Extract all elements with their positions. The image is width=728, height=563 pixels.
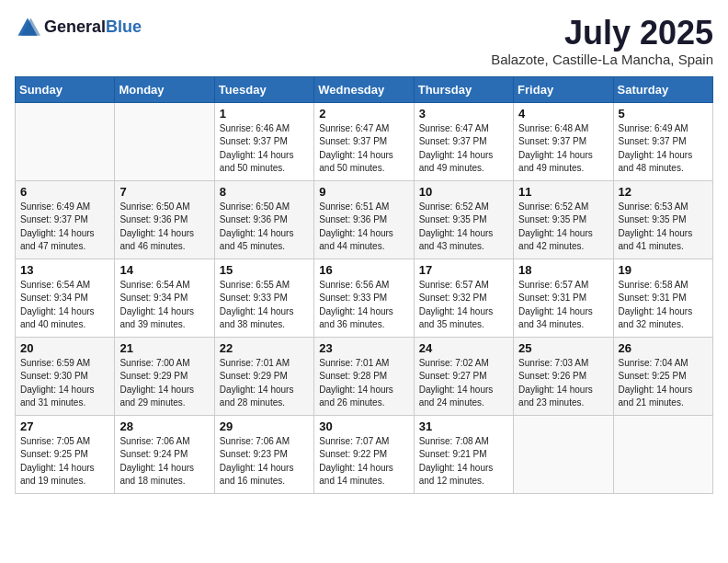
- day-info: Sunrise: 7:04 AM Sunset: 9:25 PM Dayligh…: [619, 357, 708, 410]
- day-info: Sunrise: 6:47 AM Sunset: 9:37 PM Dayligh…: [319, 122, 408, 176]
- day-info: Sunrise: 6:48 AM Sunset: 9:37 PM Dayligh…: [518, 122, 608, 176]
- location-title: Balazote, Castille-La Mancha, Spain: [491, 52, 713, 67]
- day-info: Sunrise: 7:05 AM Sunset: 9:25 PM Dayligh…: [20, 435, 109, 488]
- calendar-day-cell: 13Sunrise: 6:54 AM Sunset: 9:34 PM Dayli…: [16, 259, 115, 337]
- day-info: Sunrise: 6:47 AM Sunset: 9:37 PM Dayligh…: [419, 122, 508, 176]
- calendar-day-cell: 26Sunrise: 7:04 AM Sunset: 9:25 PM Dayli…: [613, 337, 712, 415]
- day-info: Sunrise: 6:56 AM Sunset: 9:33 PM Dayligh…: [319, 279, 408, 332]
- calendar-day-cell: 27Sunrise: 7:05 AM Sunset: 9:25 PM Dayli…: [16, 415, 115, 493]
- calendar-day-cell: 18Sunrise: 6:57 AM Sunset: 9:31 PM Dayli…: [514, 259, 613, 337]
- calendar-day-cell: 29Sunrise: 7:06 AM Sunset: 9:23 PM Dayli…: [214, 415, 313, 493]
- day-info: Sunrise: 7:02 AM Sunset: 9:27 PM Dayligh…: [419, 357, 508, 410]
- calendar-day-cell: 4Sunrise: 6:48 AM Sunset: 9:37 PM Daylig…: [514, 102, 613, 180]
- calendar-day-cell: 3Sunrise: 6:47 AM Sunset: 9:37 PM Daylig…: [414, 102, 513, 180]
- day-info: Sunrise: 6:59 AM Sunset: 9:30 PM Dayligh…: [20, 357, 109, 410]
- weekday-header: Thursday: [414, 76, 513, 102]
- day-number: 7: [119, 185, 209, 199]
- day-info: Sunrise: 6:52 AM Sunset: 9:35 PM Dayligh…: [419, 201, 508, 254]
- calendar-day-cell: 19Sunrise: 6:58 AM Sunset: 9:31 PM Dayli…: [613, 259, 712, 337]
- day-number: 25: [518, 341, 608, 355]
- calendar-day-cell: 15Sunrise: 6:55 AM Sunset: 9:33 PM Dayli…: [214, 259, 313, 337]
- day-info: Sunrise: 6:58 AM Sunset: 9:31 PM Dayligh…: [619, 279, 708, 332]
- calendar-day-cell: 20Sunrise: 6:59 AM Sunset: 9:30 PM Dayli…: [16, 337, 115, 415]
- weekday-row: SundayMondayTuesdayWednesdayThursdayFrid…: [16, 76, 713, 102]
- calendar-header: SundayMondayTuesdayWednesdayThursdayFrid…: [16, 76, 713, 102]
- calendar-week-row: 13Sunrise: 6:54 AM Sunset: 9:34 PM Dayli…: [16, 259, 713, 337]
- day-number: 14: [119, 263, 209, 277]
- day-info: Sunrise: 6:53 AM Sunset: 9:35 PM Dayligh…: [619, 201, 708, 254]
- day-number: 24: [419, 341, 508, 355]
- day-number: 3: [419, 107, 508, 121]
- day-number: 18: [518, 263, 608, 277]
- day-number: 10: [419, 185, 508, 199]
- day-number: 6: [20, 185, 109, 199]
- day-info: Sunrise: 7:01 AM Sunset: 9:28 PM Dayligh…: [319, 357, 408, 410]
- calendar-week-row: 27Sunrise: 7:05 AM Sunset: 9:25 PM Dayli…: [16, 415, 713, 493]
- calendar-day-cell: 24Sunrise: 7:02 AM Sunset: 9:27 PM Dayli…: [414, 337, 513, 415]
- day-number: 30: [319, 419, 408, 433]
- day-info: Sunrise: 6:55 AM Sunset: 9:33 PM Dayligh…: [220, 279, 309, 332]
- logo-text-general: General: [44, 17, 106, 36]
- day-info: Sunrise: 6:50 AM Sunset: 9:36 PM Dayligh…: [220, 201, 309, 254]
- month-title: July 2025: [491, 15, 713, 52]
- day-number: 2: [319, 107, 408, 121]
- calendar-day-cell: 11Sunrise: 6:52 AM Sunset: 9:35 PM Dayli…: [514, 180, 613, 259]
- calendar-day-cell: 16Sunrise: 6:56 AM Sunset: 9:33 PM Dayli…: [314, 259, 414, 337]
- calendar-day-cell: 12Sunrise: 6:53 AM Sunset: 9:35 PM Dayli…: [613, 180, 712, 259]
- day-number: 27: [20, 419, 109, 433]
- day-number: 13: [20, 263, 109, 277]
- day-info: Sunrise: 6:46 AM Sunset: 9:37 PM Dayligh…: [220, 122, 309, 176]
- day-number: 17: [419, 263, 508, 277]
- day-number: 29: [220, 419, 309, 433]
- day-info: Sunrise: 7:01 AM Sunset: 9:29 PM Dayligh…: [220, 357, 309, 410]
- day-info: Sunrise: 6:49 AM Sunset: 9:37 PM Dayligh…: [20, 201, 109, 254]
- calendar-day-cell: 10Sunrise: 6:52 AM Sunset: 9:35 PM Dayli…: [414, 180, 513, 259]
- day-number: 8: [220, 185, 309, 199]
- calendar-day-cell: 21Sunrise: 7:00 AM Sunset: 9:29 PM Dayli…: [115, 337, 214, 415]
- calendar-week-row: 6Sunrise: 6:49 AM Sunset: 9:37 PM Daylig…: [16, 180, 713, 259]
- calendar-day-cell: 2Sunrise: 6:47 AM Sunset: 9:37 PM Daylig…: [314, 102, 414, 180]
- day-number: 20: [20, 341, 109, 355]
- day-number: 12: [619, 185, 708, 199]
- calendar-day-cell: 17Sunrise: 6:57 AM Sunset: 9:32 PM Dayli…: [414, 259, 513, 337]
- day-number: 31: [419, 419, 508, 433]
- day-number: 19: [619, 263, 708, 277]
- calendar-day-cell: [115, 102, 214, 180]
- calendar-week-row: 1Sunrise: 6:46 AM Sunset: 9:37 PM Daylig…: [16, 102, 713, 180]
- day-number: 11: [518, 185, 608, 199]
- logo: GeneralBlue: [15, 15, 142, 40]
- day-number: 21: [119, 341, 209, 355]
- day-number: 1: [220, 107, 309, 121]
- day-info: Sunrise: 6:50 AM Sunset: 9:36 PM Dayligh…: [119, 201, 209, 254]
- day-number: 16: [319, 263, 408, 277]
- calendar-week-row: 20Sunrise: 6:59 AM Sunset: 9:30 PM Dayli…: [16, 337, 713, 415]
- calendar-day-cell: [16, 102, 115, 180]
- day-info: Sunrise: 7:03 AM Sunset: 9:26 PM Dayligh…: [518, 357, 608, 410]
- calendar-day-cell: 1Sunrise: 6:46 AM Sunset: 9:37 PM Daylig…: [214, 102, 313, 180]
- calendar-day-cell: 8Sunrise: 6:50 AM Sunset: 9:36 PM Daylig…: [214, 180, 313, 259]
- calendar-day-cell: 7Sunrise: 6:50 AM Sunset: 9:36 PM Daylig…: [115, 180, 214, 259]
- day-info: Sunrise: 7:00 AM Sunset: 9:29 PM Dayligh…: [119, 357, 209, 410]
- weekday-header: Sunday: [16, 76, 115, 102]
- day-number: 4: [518, 107, 608, 121]
- calendar-day-cell: 30Sunrise: 7:07 AM Sunset: 9:22 PM Dayli…: [314, 415, 414, 493]
- title-area: July 2025 Balazote, Castille-La Mancha, …: [491, 15, 713, 67]
- calendar-day-cell: [613, 415, 712, 493]
- weekday-header: Tuesday: [214, 76, 313, 102]
- calendar-day-cell: 5Sunrise: 6:49 AM Sunset: 9:37 PM Daylig…: [613, 102, 712, 180]
- calendar-day-cell: 22Sunrise: 7:01 AM Sunset: 9:29 PM Dayli…: [214, 337, 313, 415]
- day-number: 9: [319, 185, 408, 199]
- day-info: Sunrise: 6:57 AM Sunset: 9:31 PM Dayligh…: [518, 279, 608, 332]
- day-info: Sunrise: 6:57 AM Sunset: 9:32 PM Dayligh…: [419, 279, 508, 332]
- day-info: Sunrise: 6:54 AM Sunset: 9:34 PM Dayligh…: [119, 279, 209, 332]
- calendar-day-cell: 28Sunrise: 7:06 AM Sunset: 9:24 PM Dayli…: [115, 415, 214, 493]
- day-number: 22: [220, 341, 309, 355]
- day-number: 26: [619, 341, 708, 355]
- day-info: Sunrise: 7:06 AM Sunset: 9:23 PM Dayligh…: [220, 435, 309, 488]
- calendar-day-cell: 23Sunrise: 7:01 AM Sunset: 9:28 PM Dayli…: [314, 337, 414, 415]
- day-info: Sunrise: 6:51 AM Sunset: 9:36 PM Dayligh…: [319, 201, 408, 254]
- day-info: Sunrise: 6:52 AM Sunset: 9:35 PM Dayligh…: [518, 201, 608, 254]
- weekday-header: Monday: [115, 76, 214, 102]
- day-info: Sunrise: 6:54 AM Sunset: 9:34 PM Dayligh…: [20, 279, 109, 332]
- weekday-header: Friday: [514, 76, 613, 102]
